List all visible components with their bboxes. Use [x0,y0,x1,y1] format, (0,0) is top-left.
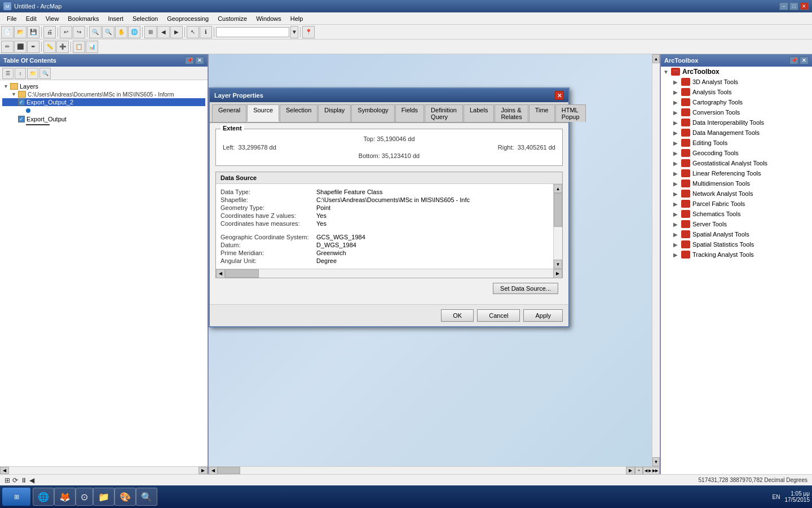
toolbox-item-expand-2[interactable]: ▶ [673,89,680,95]
undo-btn[interactable]: ↩ [60,26,72,38]
dialog-apply-button[interactable]: Apply [523,309,563,322]
maximize-button[interactable]: □ [789,2,798,10]
toolbox-item-expand-14[interactable]: ▶ [673,211,680,217]
toolbox-item-data-management-tools[interactable]: ▶ Data Management Tools [661,128,812,138]
toolbox-item-expand-18[interactable]: ▶ [673,252,680,258]
toc-layers-group[interactable]: ▼ Layers [2,82,205,90]
export-output-2-checkbox[interactable]: ✓ [18,99,25,106]
menu-item-customize[interactable]: Customize [213,14,251,23]
toolbox-item-expand-17[interactable]: ▶ [673,242,680,248]
toc-export-output-2[interactable]: ✓ Export_Output_2 [2,98,205,106]
edit-btn[interactable]: ✏ [1,41,14,53]
tab-fields[interactable]: Fields [395,104,424,122]
scale-dropdown[interactable]: ▼ [290,26,298,38]
add-data-btn[interactable]: ➕ [56,41,69,53]
prev-extent-btn[interactable]: ◀ [157,26,170,38]
toolbox-item-expand-16[interactable]: ▶ [673,231,680,238]
next-extent-btn[interactable]: ▶ [170,26,183,38]
taskbar-firefox[interactable]: 🦊 [54,488,76,506]
map-prev-icon[interactable]: ◀ [29,476,34,484]
map-nav-grid-icon[interactable]: ⊞ [5,476,10,484]
menu-item-bookmarks[interactable]: Bookmarks [63,14,103,23]
dialog-close-button[interactable]: ✕ [555,91,564,100]
minimize-button[interactable]: − [779,2,788,10]
map-pause-icon[interactable]: ⏸ [20,476,27,484]
menu-item-windows[interactable]: Windows [251,14,286,23]
toolbox-item-conversion-tools[interactable]: ▶ Conversion Tools [661,107,812,117]
tab-selection[interactable]: Selection [280,104,317,122]
taskbar-explorer[interactable]: 📁 [93,488,114,506]
toolbox-item-expand-3[interactable]: ▶ [673,99,680,106]
toolbox-item-spatial-statistics-tools[interactable]: ▶ Spatial Statistics Tools [661,239,812,249]
vscroll-down[interactable]: ▼ [652,457,660,466]
hscroll-left[interactable]: ◀ [209,467,218,475]
redo-btn[interactable]: ↪ [73,26,85,38]
menu-item-help[interactable]: Help [286,14,308,23]
toolbox-close-btn[interactable]: ✕ [800,56,809,64]
toolbox-item-expand-15[interactable]: ▶ [673,221,680,227]
ds-scroll-down[interactable]: ▼ [554,260,562,269]
toolbox-item-analysis-tools[interactable]: ▶ Analysis Tools [661,87,812,97]
select2-btn[interactable]: ⬛ [14,41,27,53]
menu-item-selection[interactable]: Selection [128,14,162,23]
toolbox-item-geocoding-tools[interactable]: ▶ Geocoding Tools [661,148,812,158]
toolbox-item-expand-11[interactable]: ▶ [673,181,680,187]
toolbox-item-editing-tools[interactable]: ▶ Editing Tools [661,138,812,148]
tab-labels[interactable]: Labels [464,104,494,122]
hscroll-right[interactable]: ▶ [626,467,635,475]
zoom-in-btn[interactable]: 🔍 [89,26,102,38]
export-output-checkbox[interactable]: ✓ [18,116,25,122]
new-btn[interactable]: 📄 [1,26,14,38]
vscroll-up[interactable]: ▲ [652,54,660,63]
toolbox-item-expand-6[interactable]: ▶ [673,130,680,136]
toc-drawing-order[interactable]: ↕ [15,68,26,79]
full-extent-btn[interactable]: ⊞ [144,26,157,38]
toolbox-item-expand-4[interactable]: ▶ [673,110,680,116]
map-nav-next[interactable]: ▶▶ [652,468,658,473]
coords-btn[interactable]: 📍 [302,26,315,38]
map-nav-prev[interactable]: ◀ [645,468,647,473]
menu-item-file[interactable]: File [2,14,21,23]
ds-hscroll-right[interactable]: ▶ [553,269,562,278]
toolbox-item-server-tools[interactable]: ▶ Server Tools [661,219,812,229]
path-expand-icon[interactable]: ▼ [11,91,17,97]
layout-btn[interactable]: 📋 [73,41,85,53]
tab-definition-query[interactable]: Definition Query [425,104,463,122]
toolbox-item-expand-5[interactable]: ▶ [673,120,680,126]
menu-item-geoprocessing[interactable]: Geoprocessing [162,14,213,23]
toolbox-item-expand-1[interactable]: ▶ [673,79,680,85]
report-btn[interactable]: 📊 [86,41,98,53]
tab-symbology[interactable]: Symbology [351,104,394,122]
toc-scroll-left[interactable]: ◀ [0,467,9,474]
zoom-out-btn[interactable]: 🔍 [102,26,114,38]
pan-btn[interactable]: ✋ [115,26,127,38]
ds-scroll-thumb[interactable] [554,193,562,227]
toc-list-view[interactable]: ☰ [2,68,14,79]
toc-close-btn[interactable]: ✕ [195,56,204,64]
info-btn[interactable]: ℹ [200,26,212,38]
toolbox-item-expand-7[interactable]: ▶ [673,140,680,146]
scale-input[interactable]: 1:16.675.986.601 [216,27,289,37]
hscroll-thumb[interactable] [218,467,240,474]
ds-hscroll-left[interactable]: ◀ [216,269,225,278]
toc-scroll-right[interactable]: ▶ [198,467,208,474]
toolbox-item-geostatistical-analyst-tools[interactable]: ▶ Geostatistical Analyst Tools [661,158,812,168]
menu-item-edit[interactable]: Edit [21,14,41,23]
toolbox-item-expand-12[interactable]: ▶ [673,191,680,197]
map-nav-play[interactable]: ▶ [648,468,651,473]
toolbox-item-multidimension-tools[interactable]: ▶ Multidimension Tools [661,178,812,189]
tab-display[interactable]: Display [318,104,351,122]
set-datasource-button[interactable]: Set Data Source... [493,283,558,294]
tab-source[interactable]: Source [247,104,279,122]
toc-path-item[interactable]: ▼ C:\Users\Andreas\Documents\MSc in MIS\… [2,90,205,98]
dialog-ok-button[interactable]: OK [441,309,474,322]
tab-time[interactable]: Time [529,104,555,122]
toolbox-item-3d-analyst-tools[interactable]: ▶ 3D Analyst Tools [661,77,812,87]
open-btn[interactable]: 📂 [14,26,27,38]
start-button[interactable]: ⊞ [2,488,30,506]
taskbar-search[interactable]: 🔍 [136,488,157,506]
dialog-cancel-button[interactable]: Cancel [477,309,520,322]
tab-general[interactable]: General [212,104,246,122]
toolbox-item-tracking-analyst-tools[interactable]: ▶ Tracking Analyst Tools [661,249,812,260]
save-btn[interactable]: 💾 [27,26,39,38]
